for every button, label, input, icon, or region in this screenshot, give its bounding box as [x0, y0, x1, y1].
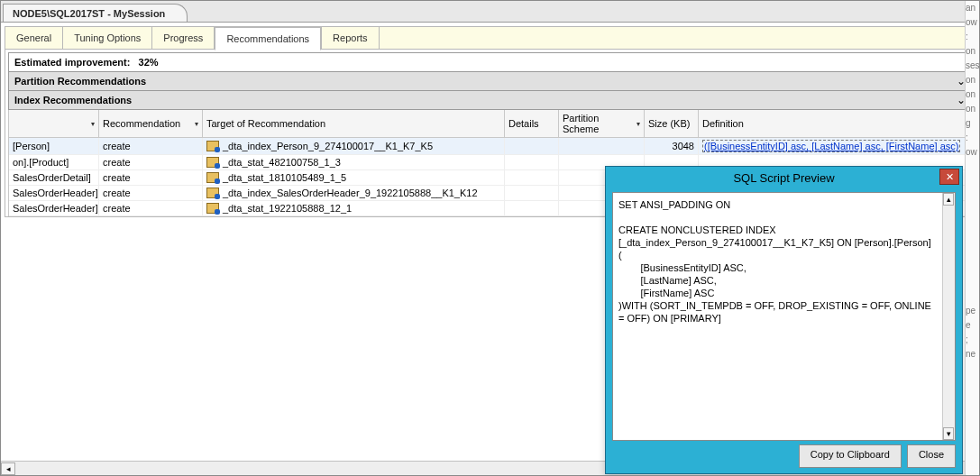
col-object[interactable]: ▾ — [9, 110, 99, 138]
dialog-title: SQL Script Preview — [733, 171, 834, 185]
dialog-body: ▴ ▾ — [612, 192, 956, 441]
cell-object: on].[Product] — [9, 155, 99, 170]
partition-recommendations-header[interactable]: Partition Recommendations ⌄ — [8, 72, 972, 91]
dialog-titlebar[interactable]: SQL Script Preview ✕ — [606, 167, 962, 188]
col-size[interactable]: Size (KB) — [645, 110, 699, 138]
cell-object: SalesOrderHeader] — [9, 186, 99, 201]
cell-recommendation: create — [99, 186, 203, 201]
stat-icon — [206, 157, 219, 168]
partition-recommendations-label: Partition Recommendations — [14, 76, 146, 87]
dropdown-icon: ▾ — [195, 120, 198, 128]
vertical-scrollbar[interactable]: ▴ ▾ — [942, 193, 955, 440]
col-partition-scheme[interactable]: Partition Scheme▾ — [559, 110, 645, 138]
dropdown-icon: ▾ — [637, 120, 640, 128]
tab-general[interactable]: General — [5, 27, 63, 49]
dialog-footer: Copy to Clipboard Close — [612, 444, 956, 468]
scroll-left-icon[interactable]: ◂ — [1, 462, 15, 475]
copy-to-clipboard-button[interactable]: Copy to Clipboard — [799, 444, 902, 468]
scroll-down-icon[interactable]: ▾ — [943, 427, 954, 440]
estimated-improvement: Estimated improvement: 32% — [8, 52, 972, 72]
close-dialog-button[interactable]: Close — [907, 444, 956, 468]
col-definition[interactable]: Definition — [699, 110, 972, 138]
cell-recommendation: create — [99, 201, 203, 216]
index-recommendations-label: Index Recommendations — [14, 95, 132, 105]
cell-target: _dta_index_Person_9_274100017__K1_K7_K5 — [203, 138, 505, 155]
cell-target: _dta_stat_1922105888_12_1 — [203, 201, 505, 216]
background-text-gutter: an ow : on ses on on on g : ow pe e ; ne — [965, 1, 979, 475]
cell-object: [Person] — [9, 138, 99, 155]
cell-recommendation: create — [99, 155, 203, 170]
session-tabbar: NODE5\SQL2017ST - MySession — [1, 1, 979, 23]
cell-target: _dta_stat_1810105489_1_5 — [203, 170, 505, 186]
definition-link[interactable]: ([BusinessEntityID] asc, [LastName] asc,… — [702, 140, 960, 152]
cell-recommendation: create — [99, 138, 203, 155]
session-tab[interactable]: NODE5\SQL2017ST - MySession — [3, 4, 188, 22]
cell-recommendation: create — [99, 170, 203, 186]
tab-progress[interactable]: Progress — [152, 27, 215, 49]
col-details[interactable]: Details — [505, 110, 559, 138]
scroll-up-icon[interactable]: ▴ — [943, 193, 954, 206]
app-window: NODE5\SQL2017ST - MySession General Tuni… — [0, 0, 980, 476]
cell-target: _dta_stat_482100758_1_3 — [203, 155, 505, 170]
dropdown-icon: ▾ — [91, 120, 95, 128]
index-recommendations-header[interactable]: Index Recommendations ⌄ — [8, 91, 972, 110]
grid-header: ▾ Recommendation▾ Target of Recommendati… — [9, 110, 972, 138]
tab-reports[interactable]: Reports — [321, 27, 380, 49]
index-icon — [206, 188, 219, 198]
close-button[interactable]: ✕ — [939, 169, 959, 185]
cell-size: 3048 — [645, 138, 699, 155]
page-tabs: General Tuning Options Progress Recommen… — [5, 26, 975, 50]
cell-partition — [559, 138, 645, 155]
index-icon — [206, 141, 219, 151]
estimated-improvement-value: 32% — [139, 57, 159, 68]
cell-object: SalesOrderDetail] — [9, 170, 99, 186]
cell-details — [505, 138, 559, 155]
tab-recommendations[interactable]: Recommendations — [215, 27, 321, 50]
cell-target: _dta_index_SalesOrderHeader_9_1922105888… — [203, 186, 505, 201]
sql-script-preview-dialog: SQL Script Preview ✕ ▴ ▾ Copy to Clipboa… — [605, 166, 963, 474]
estimated-improvement-label: Estimated improvement: — [14, 57, 130, 68]
col-recommendation[interactable]: Recommendation▾ — [99, 110, 203, 138]
cell-object: SalesOrderHeader] — [9, 201, 99, 216]
tab-tuning-options[interactable]: Tuning Options — [63, 27, 152, 49]
stat-icon — [206, 172, 219, 183]
col-target[interactable]: Target of Recommendation — [203, 110, 505, 138]
cell-definition: ([BusinessEntityID] asc, [LastName] asc,… — [699, 138, 972, 155]
stat-icon — [206, 203, 219, 214]
sql-script-textarea[interactable] — [617, 197, 939, 436]
table-row[interactable]: [Person] create _dta_index_Person_9_2741… — [9, 138, 972, 155]
